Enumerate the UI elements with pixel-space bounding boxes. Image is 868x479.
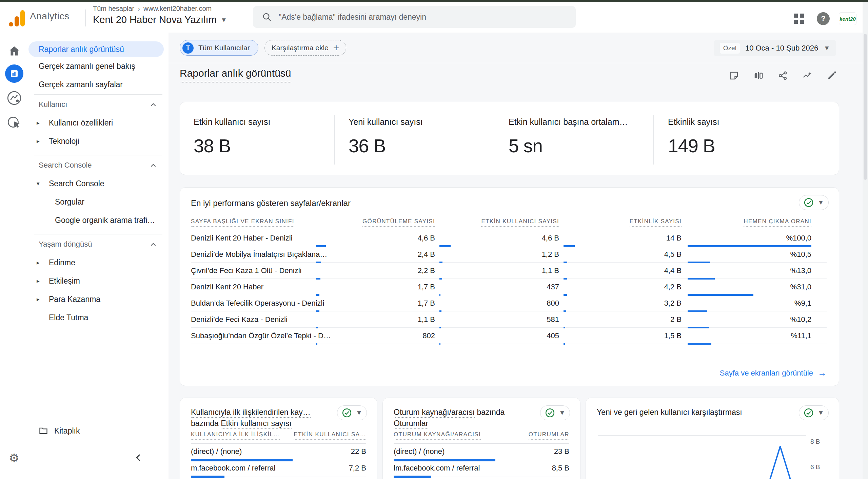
chevron-down-icon[interactable]: ▼ <box>824 44 830 52</box>
value-bar <box>688 343 711 345</box>
explore-icon[interactable] <box>0 90 28 106</box>
value-bar <box>316 310 319 312</box>
chevron-down-icon[interactable]: ▼ <box>559 409 566 417</box>
data-quality-control[interactable]: ▼ <box>799 195 829 210</box>
sidebar-section-header[interactable]: Kullanıcı <box>28 95 169 114</box>
column-header[interactable]: HEMEN ÇIKMA ORANI <box>710 215 811 228</box>
sidebar-item[interactable]: ▸Kullanıcı özellikleri <box>28 114 169 132</box>
data-quality-control[interactable]: ▼ <box>337 405 367 420</box>
data-quality-control[interactable]: ▼ <box>540 405 570 420</box>
sidebar-item[interactable]: Raporlar anlık görüntüsü <box>28 41 164 57</box>
notes-icon[interactable] <box>729 71 739 81</box>
breadcrumb[interactable]: Tüm hesaplar › www.kent20haber.com <box>93 5 212 13</box>
value-bar <box>394 476 431 478</box>
help-icon[interactable]: ? <box>817 12 830 25</box>
settings-gear-icon[interactable]: ⚙ <box>0 452 28 464</box>
metric-value: 5,2 B <box>552 477 569 479</box>
sidebar-item[interactable]: ▸Edinme <box>28 253 169 272</box>
card-title: Oturum kaynağı/aracısı bazında Oturumlar <box>394 407 536 429</box>
page-title: Raporlar anlık görüntüsü <box>180 68 291 82</box>
column-header[interactable]: OTURUM KAYNAĞI/ARACISI <box>394 431 481 440</box>
edit-icon[interactable] <box>827 71 837 81</box>
metric-cell: 437 <box>457 279 559 295</box>
table-row: Denizli’de Feci Kaza - Denizli1,1 B5812 … <box>191 311 827 328</box>
column-header[interactable]: GÖRÜNTÜLEME SAYISI <box>333 215 435 228</box>
home-icon[interactable] <box>0 45 28 57</box>
collapsed-arrow-icon[interactable]: ▸ <box>37 296 49 303</box>
sidebar-section-header[interactable]: Search Console <box>28 156 169 174</box>
table-row: Denizli’de Mobilya İmalatçısı Bıçaklana…… <box>191 246 827 263</box>
column-header[interactable]: ETKİN KULLANICI SAYISI <box>457 215 559 228</box>
table-row: Denizli Kent 20 Haber - Denizli4,6 B4,6 … <box>191 230 827 246</box>
column-header[interactable]: OTURUMLAR <box>529 431 569 440</box>
date-range-picker[interactable]: Özel 10 Oca - 10 Şub 2026 ▼ <box>714 40 836 56</box>
column-header[interactable]: ETKİN KULLANICI SA… <box>294 431 366 440</box>
expanded-arrow-icon[interactable]: ▾ <box>37 180 49 187</box>
add-comparison-button[interactable]: Karşılaştırma ekle + <box>264 40 347 56</box>
sidebar-item-library[interactable]: Kitaplık <box>39 426 80 436</box>
data-quality-control[interactable]: ▼ <box>799 405 829 420</box>
metric-label: Etkin kullanıcı sayısı <box>194 117 270 127</box>
breadcrumb-site[interactable]: www.kent20haber.com <box>143 5 212 13</box>
library-label: Kitaplık <box>54 426 80 436</box>
value-bar <box>316 245 326 247</box>
metric-cell: 802 <box>333 328 435 344</box>
apps-grid-icon[interactable] <box>794 14 804 24</box>
mini-table-header: OTURUM KAYNAĞI/ARACISIOTURUMLAR <box>394 431 569 440</box>
collapsed-arrow-icon[interactable]: ▸ <box>37 138 49 145</box>
sidebar-item[interactable]: ▸Etkileşim <box>28 272 169 290</box>
page-title-cell: Denizli’de Feci Kaza - Denizli <box>191 311 333 327</box>
chevron-down-icon[interactable]: ▼ <box>221 16 227 24</box>
insights-icon[interactable] <box>802 71 812 81</box>
chevron-down-icon[interactable]: ▼ <box>818 409 824 417</box>
sidebar-item[interactable]: Sorgular <box>28 193 169 211</box>
table-row: Denizli Kent 20 Haber1,7 B4374,2 B%31,0 <box>191 279 827 295</box>
audience-segment-chip[interactable]: T Tüm Kullanıcılar <box>180 40 258 56</box>
value-bar <box>688 327 709 328</box>
value-bar <box>688 294 753 296</box>
chevron-down-icon[interactable]: ▼ <box>356 409 362 417</box>
sidebar-item[interactable]: Google organik arama trafi… <box>28 211 169 229</box>
column-header[interactable]: KULLANICIYLA İLK İLİŞKİL… <box>191 431 280 440</box>
sidebar-item[interactable]: Gerçek zamanlı sayfalar <box>28 75 169 94</box>
view-pages-link[interactable]: Sayfa ve ekranları görüntüle → <box>720 368 827 378</box>
collapsed-arrow-icon[interactable]: ▸ <box>37 259 49 266</box>
metric-cell: 4,5 B <box>580 246 682 262</box>
value-bar <box>191 459 293 461</box>
value-bar <box>439 294 440 296</box>
sidebar-item[interactable]: ▾Search Console <box>28 174 169 193</box>
collapsed-arrow-icon[interactable]: ▸ <box>37 119 49 127</box>
advertising-icon[interactable] <box>0 115 28 130</box>
column-header[interactable]: SAYFA BAŞLIĞI VE EKRAN SINIFI <box>191 215 333 228</box>
scrollbar-thumb[interactable] <box>864 34 867 180</box>
property-title[interactable]: Kent 20 Haber Nova Yazılım <box>93 14 217 25</box>
column-header[interactable]: ETKİNLİK SAYISI <box>580 215 682 228</box>
chevron-up-icon[interactable] <box>150 103 156 107</box>
chevron-down-icon[interactable]: ▼ <box>818 199 824 206</box>
metric-cell: 2,4 B <box>333 246 435 262</box>
key-metrics-card: Etkin kullanıcı sayısı38 BYeni kullanıcı… <box>180 102 839 175</box>
sidebar-item[interactable]: Gerçek zamanlı genel bakış <box>28 57 169 75</box>
reports-icon[interactable] <box>0 64 28 83</box>
sidebar-item[interactable]: ▸Teknoloji <box>28 132 169 150</box>
sidebar-section-header[interactable]: Yaşam döngüsü <box>28 235 169 253</box>
property-selector[interactable]: Kent 20 Haber Nova Yazılım ▼ <box>93 14 227 25</box>
collapse-drawer-icon[interactable] <box>134 453 144 463</box>
search-input[interactable] <box>279 13 567 22</box>
metric-label: Etkin kullanıcı başına ortalam… <box>509 117 628 127</box>
report-toolbar <box>729 71 837 81</box>
metric-value: 452 <box>354 477 366 479</box>
chevron-up-icon[interactable] <box>150 243 156 246</box>
collapsed-arrow-icon[interactable]: ▸ <box>37 277 49 285</box>
search-bar[interactable] <box>253 6 576 28</box>
analytics-logo-icon[interactable] <box>7 9 26 27</box>
breadcrumb-all-accounts[interactable]: Tüm hesaplar <box>93 5 134 13</box>
header-divider <box>85 9 86 26</box>
avatar[interactable]: kent20 <box>839 12 856 25</box>
share-icon[interactable] <box>778 71 788 81</box>
sidebar-item[interactable]: ▸Para Kazanma <box>28 290 169 308</box>
sidebar-item[interactable]: Elde Tutma <box>28 308 169 327</box>
card-title: En iyi performans gösteren sayfalar/ekra… <box>191 198 351 208</box>
chevron-up-icon[interactable] <box>150 164 156 167</box>
comparison-icon[interactable] <box>753 71 764 81</box>
